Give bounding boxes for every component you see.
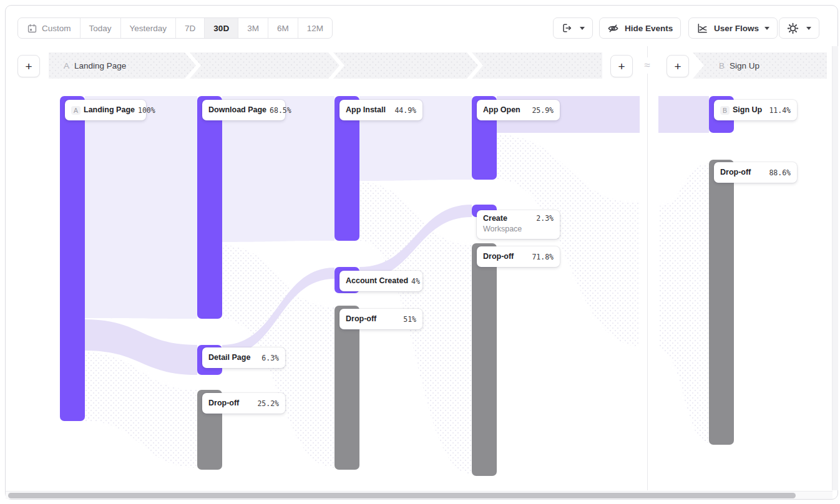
node-name: Sign Up xyxy=(733,105,762,115)
node-name: Create xyxy=(483,214,522,224)
node-name: Download Page xyxy=(208,105,266,115)
node-label-landing[interactable]: ALanding Page100% xyxy=(65,100,146,120)
node-percentage: 2.3% xyxy=(536,214,554,223)
node-label-dropoff-1[interactable]: Drop-off25.2% xyxy=(202,393,285,414)
horizontal-scrollbar-thumb[interactable] xyxy=(8,493,796,498)
node-bar-dropoff-4[interactable] xyxy=(709,160,734,445)
node-bar-dropoff-3[interactable] xyxy=(472,243,497,476)
node-percentage: 6.3% xyxy=(261,354,279,362)
node-bar-landing[interactable] xyxy=(60,96,85,421)
node-label-download[interactable]: Download Page68.5% xyxy=(202,100,285,120)
node-name: App Open xyxy=(483,105,520,115)
flow-landing-to-download xyxy=(85,96,197,319)
node-label-dropoff-2[interactable]: Drop-off51% xyxy=(339,309,422,329)
horizontal-scrollbar[interactable] xyxy=(6,491,833,499)
node-name: Landing Page xyxy=(84,105,135,115)
node-percentage: 68.5% xyxy=(270,106,291,115)
node-percentage: 71.8% xyxy=(532,253,554,261)
series-badge: A xyxy=(71,106,81,115)
node-label-create-ws[interactable]: CreateWorkspace2.3% xyxy=(477,210,560,239)
node-bar-download[interactable] xyxy=(197,96,222,319)
flow-appopen-to-dropoff-4 xyxy=(658,163,709,443)
node-name: Account Created xyxy=(346,276,408,286)
node-name: Drop-off xyxy=(346,314,376,324)
node-name: Drop-off xyxy=(720,168,751,178)
node-percentage: 88.6% xyxy=(769,168,791,177)
vertical-scrollbar[interactable] xyxy=(832,46,838,490)
node-label-dropoff-3[interactable]: Drop-off71.8% xyxy=(477,246,560,267)
node-percentage: 11.4% xyxy=(769,106,791,115)
node-name-line2: Workspace xyxy=(483,224,522,234)
node-percentage: 100% xyxy=(138,106,155,115)
node-label-appopen[interactable]: App Open25.9% xyxy=(477,100,560,120)
node-name: App Install xyxy=(346,105,386,115)
series-badge: B xyxy=(720,106,730,115)
node-label-install[interactable]: App Install44.9% xyxy=(339,100,422,120)
node-label-detail[interactable]: Detail Page6.3% xyxy=(202,347,285,368)
node-name: Drop-off xyxy=(208,399,239,409)
node-percentage: 51% xyxy=(403,315,416,324)
flow-appopen-to-signup xyxy=(658,96,709,133)
node-label-account[interactable]: Account Created4% xyxy=(339,271,422,291)
node-label-signup[interactable]: BSign Up11.4% xyxy=(714,100,797,120)
node-bar-dropoff-2[interactable] xyxy=(335,306,359,470)
flow-appopen-to-dropoff-4 xyxy=(497,135,640,346)
node-percentage: 25.2% xyxy=(257,399,279,408)
node-label-dropoff-4[interactable]: Drop-off88.6% xyxy=(714,162,797,183)
node-name: Drop-off xyxy=(483,252,514,262)
node-percentage: 25.9% xyxy=(532,106,554,115)
node-percentage: 4% xyxy=(411,277,420,286)
user-flows-app: CustomTodayYesterday7D30D3M6M12M Hide Ev… xyxy=(0,0,840,504)
node-name: Detail Page xyxy=(208,353,250,363)
node-percentage: 44.9% xyxy=(394,106,416,115)
